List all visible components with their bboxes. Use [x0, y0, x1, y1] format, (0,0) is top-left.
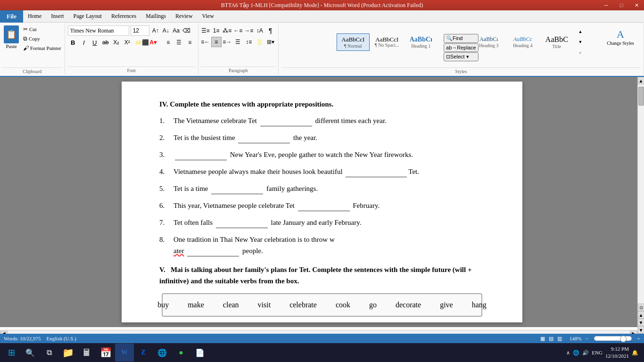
blank-6[interactable] [298, 204, 350, 211]
task-view-button[interactable]: ⧉ [40, 344, 58, 362]
app-button[interactable]: ● [172, 344, 190, 362]
paste-button[interactable]: 📋 Paste [2, 25, 21, 50]
sort-button[interactable]: ↕A [255, 25, 265, 36]
align-center-p-button[interactable]: ≡ [211, 37, 222, 47]
increase-indent-button[interactable]: →≡ [244, 25, 254, 36]
menu-view[interactable]: View [198, 10, 219, 23]
network-icon[interactable]: 🌐 [573, 350, 579, 356]
file-explorer-button[interactable]: 📁 [58, 344, 77, 362]
menu-references[interactable]: References [107, 10, 141, 23]
menu-review[interactable]: Review [171, 10, 198, 23]
zoom-thumb[interactable] [620, 336, 627, 342]
subscript-button[interactable]: X₂ [111, 37, 122, 48]
zoom-in-icon[interactable]: + [637, 336, 640, 341]
decrease-indent-button[interactable]: ←≡ [233, 25, 243, 36]
shading-button[interactable]: ▒ [255, 37, 265, 47]
blank-1[interactable] [260, 119, 312, 126]
select-button[interactable]: ⊡ Select ▾ [444, 52, 479, 61]
scroll-next-page[interactable]: ▼ [638, 319, 644, 326]
search-taskbar-button[interactable]: 🔍 [21, 344, 40, 362]
blank-8[interactable] [187, 249, 239, 256]
zoom-slider[interactable] [594, 336, 632, 341]
system-clock[interactable]: 9:12 PM 12/10/2021 [605, 346, 629, 360]
zoom-out-icon[interactable]: − [586, 336, 588, 341]
increase-font-button[interactable]: A↑ [150, 25, 161, 36]
style-title-preview: AaBbC [545, 35, 568, 44]
styles-up-button[interactable]: ▲ [575, 26, 586, 37]
calendar-button[interactable]: 📅 [96, 344, 115, 362]
doc-button[interactable]: 📄 [190, 344, 209, 362]
font-size-input[interactable] [131, 25, 149, 36]
windows-start-button[interactable]: ⊞ [2, 344, 21, 362]
notification-button[interactable]: 🔔 [632, 350, 638, 356]
menu-home[interactable]: Home [23, 10, 46, 23]
justify-button[interactable]: ☰ [233, 37, 243, 47]
minimize-button[interactable]: ─ [599, 0, 614, 10]
blank-7[interactable] [216, 221, 268, 228]
text-highlight-button[interactable]: ab⬛ [137, 37, 148, 48]
strikethrough-button[interactable]: ab [100, 37, 111, 48]
word-taskbar-button[interactable]: W [115, 344, 134, 362]
menu-mailings[interactable]: Mailings [141, 10, 171, 23]
style-title[interactable]: AaBbC Title [540, 33, 573, 51]
scroll-option1[interactable]: ⊙ [638, 304, 644, 311]
align-right-p-button[interactable]: ≡→ [222, 37, 232, 47]
style-heading4[interactable]: AaBbCc Heading 4 [506, 33, 539, 50]
scroll-down-button[interactable]: ▼ [638, 326, 644, 334]
style-normal[interactable]: AaBbCcI ¶ Normal [337, 33, 370, 51]
maximize-button[interactable]: □ [614, 0, 629, 10]
menu-insert[interactable]: Insert [46, 10, 68, 23]
align-left-button[interactable]: ≡ [163, 37, 173, 48]
scroll-prev-page[interactable]: ▲ [638, 311, 644, 319]
file-menu[interactable]: File [0, 10, 23, 23]
scroll-thumb[interactable] [638, 87, 644, 106]
bullets-button[interactable]: ☰≡ [200, 25, 211, 36]
chrome-button[interactable]: 🌐 [153, 344, 172, 362]
word-count: Words: 10/22,975 [4, 336, 41, 341]
scroll-up-button[interactable]: ▲ [638, 77, 644, 84]
calculator-button[interactable]: 🖩 [77, 344, 96, 362]
multilevel-list-button[interactable]: ⁂≡ [222, 25, 232, 36]
system-tray-up[interactable]: ∧ [566, 350, 570, 356]
font-case-button[interactable]: Aa [171, 25, 182, 36]
view-full-icon[interactable]: ▤ [549, 336, 553, 342]
borders-button[interactable]: ⊞▾ [265, 37, 276, 47]
align-right-button[interactable]: ≡ [185, 37, 195, 48]
cut-button[interactable]: ✂ Cut [22, 25, 63, 33]
file-explorer-icon: 📁 [62, 347, 74, 358]
change-styles-button[interactable]: A Change Styles [604, 26, 637, 48]
vertical-scrollbar[interactable]: ▲ ⊙ ▲ ▼ ▼ [637, 77, 644, 334]
font-color-button[interactable]: A▾ [148, 37, 158, 48]
styles-down-button[interactable]: ▼ [575, 37, 586, 47]
numbered-list-button[interactable]: 1≡ [211, 25, 222, 36]
style-no-spacing[interactable]: AaBbCcI ¶ No Spaci... [371, 34, 404, 50]
copy-button[interactable]: ⧉ Copy [22, 35, 63, 43]
align-center-button[interactable]: ☰ [174, 37, 184, 48]
zalo-button[interactable]: Z [134, 344, 153, 362]
replace-button[interactable]: ab→ Replace [444, 43, 479, 52]
style-heading1[interactable]: AaBbCı Heading 1 [405, 33, 438, 51]
blank-3[interactable] [175, 153, 227, 160]
blank-2[interactable] [238, 136, 290, 143]
clear-format-button[interactable]: ⌫ [182, 25, 192, 36]
volume-icon[interactable]: 🔊 [582, 350, 589, 356]
menu-page-layout[interactable]: Page Layout [69, 10, 107, 23]
show-marks-button[interactable]: ¶ [265, 25, 276, 36]
superscript-button[interactable]: X² [122, 37, 132, 48]
document-area[interactable]: IV. Complete the sentences with appropri… [0, 77, 644, 327]
close-button[interactable]: ✕ [629, 0, 644, 10]
underline-button[interactable]: U [90, 37, 100, 48]
bold-button[interactable]: B [68, 37, 78, 48]
styles-more-button[interactable]: ⬦ [575, 47, 586, 58]
line-spacing-button[interactable]: ↕≡ [244, 37, 254, 47]
blank-5[interactable] [211, 187, 263, 194]
italic-button[interactable]: I [79, 37, 89, 48]
decrease-font-button[interactable]: A↓ [161, 25, 171, 36]
blank-4[interactable] [346, 170, 407, 177]
view-web-icon[interactable]: ▥ [557, 336, 562, 342]
find-button[interactable]: 🔍 Find [444, 34, 479, 43]
font-family-input[interactable] [68, 25, 129, 36]
align-left-p-button[interactable]: ≡← [200, 37, 211, 47]
format-painter-button[interactable]: 🖌 Format Painter [22, 44, 63, 52]
view-print-icon[interactable]: ▦ [540, 336, 545, 342]
